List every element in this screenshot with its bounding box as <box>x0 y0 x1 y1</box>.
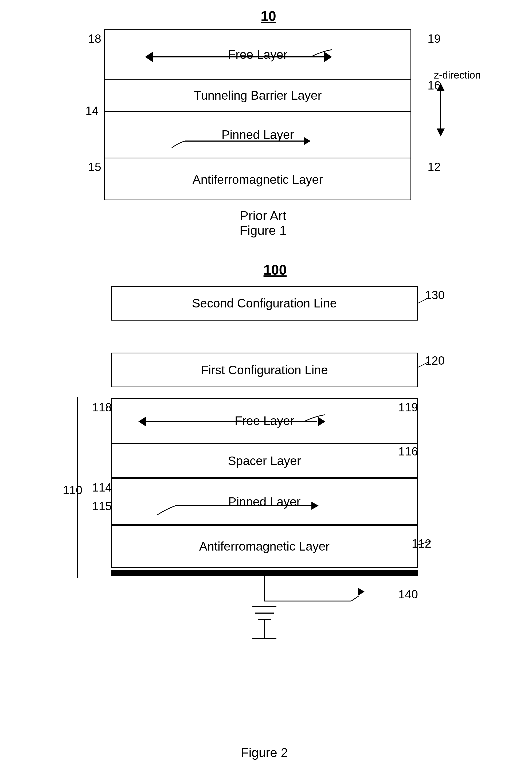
figure2-container: 100 Second Configuration Line 130 First … <box>27 262 502 760</box>
ref-115: 115 <box>92 500 112 513</box>
svg-marker-7 <box>437 128 445 137</box>
fig2-pinned-layer: Pinned Layer <box>111 478 418 525</box>
ref-19: 19 <box>428 32 441 45</box>
ref120-line <box>57 350 471 393</box>
z-direction-group: z-direction <box>434 69 481 138</box>
ref-119: 119 <box>398 401 418 414</box>
fig2-caption: Figure 2 <box>27 745 502 760</box>
fig1-afm-label: Antiferromagnetic Layer <box>193 172 323 187</box>
svg-marker-12 <box>318 417 325 426</box>
svg-line-9 <box>418 362 429 367</box>
fig1-caption-line1: Prior Art <box>43 208 483 223</box>
fig1-free-layer: Free Layer <box>105 30 410 80</box>
svg-marker-10 <box>138 417 146 426</box>
ref-114: 114 <box>92 481 112 494</box>
fig2-pinned-arrow <box>152 495 325 516</box>
fig1-afm-layer: Antiferromagnetic Layer <box>105 158 410 200</box>
ref-15: 15 <box>88 160 101 174</box>
ref130-line <box>57 286 471 339</box>
fig2-free-arrow <box>138 414 325 430</box>
figure1-container: 10 Free Layer <box>43 8 483 238</box>
fig2-diagram: Second Configuration Line 130 First Conf… <box>57 286 471 740</box>
ref-14: 14 <box>85 104 99 118</box>
fig1-tunnel-layer: Tunneling Barrier Layer <box>105 80 410 112</box>
ref-140: 140 <box>398 588 418 601</box>
svg-line-23 <box>351 596 359 601</box>
fig1-pinned-layer: Pinned Layer <box>105 112 410 158</box>
fig1-pinned-arrow <box>158 132 319 150</box>
fig2-caption-text: Figure 2 <box>241 746 288 760</box>
fig1-caption: Prior Art Figure 1 <box>43 208 483 238</box>
ref-18: 18 <box>88 32 101 45</box>
fig2-title: 100 <box>48 262 502 278</box>
ref112-line <box>57 534 471 561</box>
svg-marker-6 <box>437 83 445 91</box>
svg-marker-24 <box>358 588 365 596</box>
fig1-main-box: Free Layer Tunneling Barr <box>104 29 411 200</box>
svg-line-15 <box>418 541 431 545</box>
ref-116: 116 <box>398 445 418 458</box>
fig1-free-arrow <box>145 49 332 65</box>
fig1-diagram: Free Layer Tunneling Barr <box>83 29 443 203</box>
svg-marker-2 <box>324 52 332 62</box>
fig1-caption-line2: Figure 1 <box>43 223 483 238</box>
svg-marker-4 <box>304 137 311 145</box>
ref-12: 12 <box>428 160 441 174</box>
ref-110: 110 <box>63 484 82 497</box>
fig2-free-layer: Free Layer <box>111 398 418 443</box>
z-direction-label: z-direction <box>434 69 481 81</box>
svg-line-8 <box>418 298 429 303</box>
connection-140 <box>57 569 471 676</box>
fig2-spacer-layer: Spacer Layer <box>111 443 418 478</box>
ref-118: 118 <box>92 401 112 414</box>
fig1-title: 10 <box>53 8 483 24</box>
page: { "fig1": { "title": "10", "layers": { "… <box>0 0 532 768</box>
z-direction-arrow <box>434 83 447 137</box>
svg-marker-14 <box>311 502 319 510</box>
fig2-spacer-label: Spacer Layer <box>228 454 301 468</box>
fig1-tunnel-label: Tunneling Barrier Layer <box>194 88 322 103</box>
